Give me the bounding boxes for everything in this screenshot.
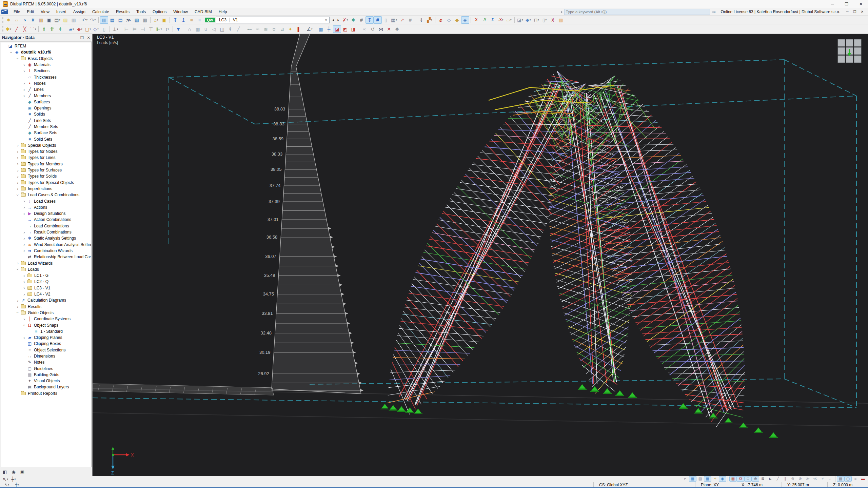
- snap-tangent-button[interactable]: ⊖: [789, 476, 796, 482]
- table-view-1-button[interactable]: ▥: [100, 16, 108, 24]
- tree-item-load-combinations[interactable]: →Load Combinations: [1, 223, 91, 229]
- tree-item-building-grids[interactable]: ▦Building Grids: [1, 372, 91, 378]
- ruler-button[interactable]: ▬: [859, 476, 867, 482]
- snap-mode-status-button[interactable]: ┿▾: [13, 481, 21, 488]
- tree-item-loads[interactable]: ›Loads: [1, 266, 91, 272]
- menu-assign[interactable]: Assign: [70, 8, 89, 15]
- orbit-button[interactable]: ↺: [369, 25, 377, 33]
- delete-button[interactable]: ✕: [385, 25, 393, 33]
- mirror-button[interactable]: ⋈: [377, 25, 385, 33]
- insert-load-button[interactable]: ↥: [179, 16, 188, 24]
- new-solid-button[interactable]: ◆▾: [76, 25, 84, 33]
- search-input[interactable]: [566, 10, 708, 14]
- tree-item-basic-objects[interactable]: ›Basic Objects: [1, 56, 91, 62]
- tree-item-lines[interactable]: ›╱Lines: [1, 86, 91, 93]
- previous-load-case-button[interactable]: ◂: [330, 17, 336, 23]
- tree-item-types-for-nodes[interactable]: ›Types for Nodes: [1, 148, 91, 155]
- tree-item-load-wizards[interactable]: ›Load Wizards: [1, 260, 91, 266]
- tree-item-static-analysis-settings[interactable]: ›✱Static Analysis Settings: [1, 235, 91, 241]
- numbering-off-button[interactable]: #: [406, 16, 414, 24]
- tree-item-result-combinations[interactable]: ›→Result Combinations: [1, 229, 91, 235]
- expander-icon[interactable]: ›: [22, 292, 27, 297]
- snap-endpoint-button[interactable]: □: [744, 476, 752, 482]
- view-minus-y-button[interactable]: -Y: [480, 16, 489, 24]
- view-minus-x-button[interactable]: -X▾: [497, 16, 505, 24]
- zoom-reset-button[interactable]: ⌀: [437, 16, 445, 24]
- constraint-button[interactable]: ⊤: [147, 25, 155, 33]
- table-jump-button[interactable]: ≫: [124, 16, 133, 24]
- tree-item-lc2-q[interactable]: ›LC2 - Q: [1, 279, 91, 285]
- tree-item-special-objects[interactable]: ›Special Objects: [1, 142, 91, 148]
- plane-xy-button[interactable]: ◪: [333, 25, 341, 33]
- selection-window-button[interactable]: ▢: [844, 476, 852, 482]
- expander-icon[interactable]: ›: [22, 230, 27, 235]
- menu-calculate[interactable]: Calculate: [89, 8, 113, 15]
- toolbar-grip[interactable]: [2, 26, 3, 32]
- tree-item-object-selections[interactable]: ≡Object Selections: [1, 347, 91, 353]
- next-load-case-button[interactable]: ▸: [336, 17, 341, 23]
- hinge-start-button[interactable]: ⊢: [122, 25, 131, 33]
- snap-extension-1-button[interactable]: ≫: [804, 476, 811, 482]
- table-goto-button[interactable]: ▥: [141, 16, 149, 24]
- expander-icon[interactable]: ›: [15, 149, 20, 154]
- tree-item-surface-sets[interactable]: ◆Surface Sets: [1, 130, 91, 136]
- import-button[interactable]: ▥: [37, 16, 45, 24]
- visibility-icon[interactable]: ◉: [12, 469, 15, 474]
- expander-icon[interactable]: ›: [15, 304, 20, 309]
- load-nodal-button[interactable]: ⊷: [245, 25, 254, 33]
- expander-icon[interactable]: ›: [22, 93, 27, 98]
- tree-item-guidelines[interactable]: ▢Guidelines: [1, 365, 91, 371]
- expander-icon[interactable]: ›: [15, 310, 20, 315]
- new-model-button[interactable]: ✶: [4, 16, 13, 24]
- tree-item-openings[interactable]: ▣Openings: [1, 105, 91, 111]
- expander-icon[interactable]: ›: [22, 248, 27, 253]
- mdi-restore-icon[interactable]: ❐: [851, 10, 859, 14]
- expander-icon[interactable]: ›: [22, 81, 27, 86]
- new-entry-button[interactable]: ▨: [61, 16, 70, 24]
- close-button[interactable]: ✕: [854, 0, 868, 8]
- load-pin-button[interactable]: ❚: [294, 25, 302, 33]
- delete-loads-button[interactable]: ✗▾: [341, 16, 349, 24]
- expander-icon[interactable]: ›: [22, 273, 27, 278]
- undo-button[interactable]: ↶▾: [81, 16, 89, 24]
- tree-item-printout-reports[interactable]: Printout Reports: [1, 390, 91, 396]
- tree-item-action-combinations[interactable]: →Action Combinations: [1, 217, 91, 223]
- expander-icon[interactable]: ›: [22, 62, 27, 67]
- load-edit-button[interactable]: ✦: [286, 25, 294, 33]
- display-properties-icon[interactable]: ◧: [3, 469, 7, 474]
- view-edit-button[interactable]: ◆: [453, 16, 461, 24]
- tree-item-members[interactable]: ›╱Members: [1, 93, 91, 99]
- tree-item-doutnik-v10-rf6[interactable]: ›◈doutnik_v10.rf6: [1, 49, 91, 55]
- search-expander-icon[interactable]: ▸: [560, 10, 564, 14]
- insert-node-button[interactable]: ↧: [171, 16, 179, 24]
- plane-yz-button[interactable]: ◩: [341, 25, 349, 33]
- expander-icon[interactable]: ›: [15, 267, 20, 272]
- float-panel-icon[interactable]: ❐: [80, 36, 84, 40]
- redo-button[interactable]: ↷▾: [89, 16, 97, 24]
- expander-icon[interactable]: ›: [15, 56, 20, 61]
- snap-center-button[interactable]: ⊘: [752, 476, 759, 482]
- expander-icon[interactable]: ›: [15, 261, 20, 266]
- camera-icon[interactable]: ▣: [20, 469, 24, 474]
- tree-item-actions[interactable]: ›→Actions: [1, 204, 91, 210]
- ghost-view-button[interactable]: ▯: [382, 16, 390, 24]
- view-cube[interactable]: [838, 39, 861, 63]
- render-filled-button[interactable]: ▦▾: [390, 16, 398, 24]
- tree-item-clipping-boxes[interactable]: ◫Clipping Boxes: [1, 341, 91, 347]
- tree-item-nodes[interactable]: ›•Nodes: [1, 80, 91, 86]
- work-plane-button[interactable]: ▱▾: [505, 16, 513, 24]
- render-mode-button[interactable]: ▯▾: [540, 16, 549, 24]
- grid-visibility-2-button[interactable]: ▦: [704, 476, 711, 482]
- tree-item-notes[interactable]: ✎Notes: [1, 359, 91, 365]
- tree-item-1-standard[interactable]: ■1 - Standard: [1, 328, 91, 334]
- visual-objects-button[interactable]: ⊓▾: [532, 16, 540, 24]
- expander-icon[interactable]: ›: [15, 161, 20, 166]
- snap-parallel-button[interactable]: ∥: [782, 476, 789, 482]
- table-view-2-button[interactable]: ▦: [108, 16, 116, 24]
- tree-item-wind-simulation-analysis-settings[interactable]: ›≋Wind Simulation Analysis Settings: [1, 242, 91, 248]
- background-grid-button[interactable]: ▩: [837, 476, 844, 482]
- expander-icon[interactable]: ›: [15, 180, 20, 185]
- load-category-badge[interactable]: Qw: [205, 18, 215, 22]
- column-button[interactable]: ▯: [100, 25, 108, 33]
- split-view-button[interactable]: ∪: [202, 25, 210, 33]
